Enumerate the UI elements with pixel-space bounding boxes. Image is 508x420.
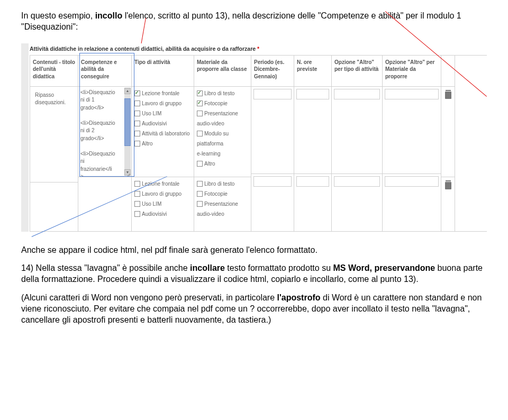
col-header-contenuti: Contenuti - titolo dell'unità didattica	[30, 56, 78, 86]
altro-mat-input-2[interactable]	[385, 176, 439, 187]
col-header-altro-materiale: Opzione "Altro" per Materiale da proporr…	[383, 56, 441, 86]
checkbox-line[interactable]: Lezione frontale	[134, 89, 191, 98]
checkbox-line: piattaforma	[197, 140, 248, 148]
ore-input-2[interactable]	[296, 176, 329, 187]
materiale-cell-2: Libro di testoFotocopiePresentazioneaudi…	[194, 177, 251, 226]
screenshot: Attività didattiche in relazione a conte…	[21, 43, 487, 232]
checkbox-label: Uso LIM	[142, 109, 161, 118]
checkbox-label: Lavoro di gruppo	[142, 99, 182, 108]
scroll-thumb[interactable]	[124, 98, 131, 146]
checkbox-icon[interactable]	[197, 90, 203, 96]
checkbox-icon[interactable]	[197, 101, 203, 106]
checkbox-line[interactable]: Altro	[134, 140, 191, 148]
checkbox-icon[interactable]	[197, 131, 203, 136]
checkbox-line[interactable]: Audiovisivi	[134, 120, 191, 128]
activities-table: Contenuti - titolo dell'unità didattica …	[30, 55, 487, 232]
row-gutter	[21, 43, 29, 232]
contenuti-cell-2[interactable]	[30, 182, 78, 231]
checkbox-label: Modulo su	[204, 130, 229, 138]
checkbox-label: Libro di testo	[204, 89, 234, 98]
periodo-input-1[interactable]	[253, 89, 292, 99]
col-header-periodo: Periodo (es. Dicembre-Gennaio)	[251, 56, 294, 86]
col-header-tipo: Tipo di attività	[132, 56, 194, 86]
checkbox-label: Fotocopie	[204, 99, 228, 108]
checkbox-label: Lezione frontale	[142, 180, 179, 188]
checkbox-icon[interactable]	[134, 111, 140, 116]
checkbox-line[interactable]: Presentazione	[197, 109, 248, 118]
altro-tipo-input-1[interactable]	[334, 89, 380, 99]
checkbox-line: e-learning	[197, 150, 248, 158]
checkbox-label: piattaforma	[197, 140, 223, 148]
checkbox-label: Presentazione	[204, 109, 238, 118]
checkbox-icon[interactable]	[134, 211, 140, 217]
checkbox-label: e-learning	[197, 150, 220, 158]
checkbox-icon[interactable]	[197, 201, 203, 207]
trash-icon[interactable]	[445, 182, 451, 189]
resize-handle-icon[interactable]	[126, 171, 131, 177]
col-header-competenze: Competenze e abilità da conseguire	[78, 56, 131, 86]
checkbox-line: audio-video	[197, 120, 248, 128]
checkbox-icon[interactable]	[134, 90, 140, 96]
checkbox-label: Attività di laboratorio	[142, 130, 190, 138]
competenze-cell-1[interactable]: <li>Disequazio ni di 1 grado</li> <li>Di…	[78, 87, 131, 177]
scroll-up-icon[interactable]: ▲	[124, 88, 131, 94]
contenuti-cell-1[interactable]: Ripasso disequazioni.	[30, 87, 78, 182]
checkbox-icon[interactable]	[134, 131, 140, 136]
checkbox-label: Lavoro di gruppo	[142, 190, 182, 198]
tipo-cell-1: Lezione frontaleLavoro di gruppoUso LIMA…	[132, 87, 194, 177]
checkbox-line[interactable]: Fotocopie	[197, 99, 248, 108]
checkbox-icon[interactable]	[134, 181, 140, 187]
paragraph-2: 14) Nella stessa "lavagna" è possibile a…	[21, 263, 487, 285]
checkbox-label: Fotocopie	[204, 190, 228, 198]
altro-tipo-input-2[interactable]	[334, 176, 380, 187]
checkbox-label: audio-video	[197, 210, 224, 218]
form-section-title: Attività didattiche in relazione a conte…	[21, 43, 487, 55]
checkbox-line[interactable]: Attività di laboratorio	[134, 130, 191, 138]
checkbox-label: Uso LIM	[142, 200, 161, 208]
checkbox-icon[interactable]	[134, 101, 140, 106]
checkbox-line[interactable]: Lavoro di gruppo	[134, 99, 191, 108]
checkbox-line[interactable]: Libro di testo	[197, 180, 248, 188]
paragraph-3: (Alcuni caratteri di Word non vengono pe…	[21, 293, 487, 325]
checkbox-label: Altro	[204, 160, 215, 168]
checkbox-icon[interactable]	[134, 201, 140, 207]
checkbox-icon[interactable]	[134, 191, 140, 197]
checkbox-label: Libro di testo	[204, 180, 234, 188]
trash-icon[interactable]	[445, 92, 451, 99]
paragraph-1: Anche se appare il codice html, nel pdf …	[21, 245, 487, 256]
checkbox-line[interactable]: Uso LIM	[134, 200, 191, 208]
checkbox-line[interactable]: Lavoro di gruppo	[134, 190, 191, 198]
materiale-cell-1: Libro di testoFotocopiePresentazioneaudi…	[194, 87, 251, 177]
checkbox-line[interactable]: Modulo su	[197, 130, 248, 138]
checkbox-line[interactable]: Altro	[197, 160, 248, 168]
checkbox-icon[interactable]	[197, 111, 203, 116]
ore-input-1[interactable]	[296, 89, 329, 99]
checkbox-line[interactable]: Fotocopie	[197, 190, 248, 198]
checkbox-icon[interactable]	[134, 121, 140, 126]
competenze-cell-2[interactable]	[78, 177, 131, 226]
checkbox-line[interactable]: Uso LIM	[134, 109, 191, 118]
checkbox-label: Presentazione	[204, 200, 238, 208]
tipo-cell-2: Lezione frontaleLavoro di gruppoUso LIMA…	[132, 177, 194, 226]
checkbox-label: Lezione frontale	[142, 89, 179, 98]
checkbox-icon[interactable]	[197, 191, 203, 197]
checkbox-label: audio-video	[197, 120, 224, 128]
checkbox-line[interactable]: Presentazione	[197, 200, 248, 208]
checkbox-label: Audiovisivi	[142, 210, 167, 218]
checkbox-icon[interactable]	[197, 161, 203, 167]
checkbox-line[interactable]: Libro di testo	[197, 89, 248, 98]
checkbox-icon[interactable]	[197, 181, 203, 187]
checkbox-label: Altro	[142, 140, 153, 148]
checkbox-icon[interactable]	[134, 141, 140, 147]
checkbox-line: audio-video	[197, 210, 248, 218]
col-header-materiale: Materiale da proporre alla classe	[194, 56, 251, 86]
checkbox-line[interactable]: Audiovisivi	[134, 210, 191, 218]
checkbox-label: Audiovisivi	[142, 120, 167, 128]
intro-paragraph: In questo esempio, incollo l'elenco, scr…	[21, 11, 487, 33]
periodo-input-2[interactable]	[253, 176, 292, 187]
col-header-ore: N. ore previste	[294, 56, 331, 86]
scrollbar[interactable]: ▲ ▼	[124, 88, 131, 176]
col-header-altro-tipo: Opzione "Altro" per tipo di attività	[332, 56, 382, 86]
altro-mat-input-1[interactable]	[385, 89, 439, 99]
